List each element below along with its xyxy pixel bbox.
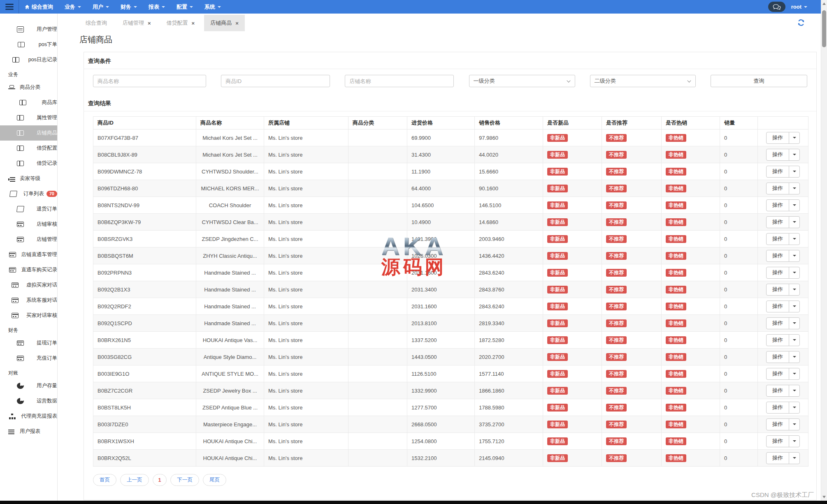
action-split-button[interactable]: 操作	[766, 334, 800, 346]
action-button-label[interactable]: 操作	[767, 436, 789, 447]
action-dropdown-toggle[interactable]	[789, 200, 799, 211]
close-icon[interactable]: ×	[148, 21, 151, 26]
close-icon[interactable]: ×	[235, 21, 239, 26]
action-button-label[interactable]: 操作	[767, 284, 789, 295]
action-dropdown-toggle[interactable]	[789, 183, 799, 194]
action-dropdown-toggle[interactable]	[789, 419, 799, 430]
sidebar-item[interactable]: 充值订单	[0, 351, 57, 366]
navbar-home-item[interactable]: 综合查询	[19, 0, 59, 14]
action-button-label[interactable]: 操作	[767, 419, 789, 430]
sidebar-item[interactable]: 用户报表	[0, 424, 57, 439]
sidebar-item[interactable]: 卖家等级	[0, 171, 57, 186]
action-button-label[interactable]: 操作	[767, 132, 789, 143]
action-split-button[interactable]: 操作	[766, 216, 800, 228]
navbar-menu[interactable]: 配置	[171, 0, 199, 14]
sidebar-item[interactable]: pos下单	[0, 37, 57, 52]
action-split-button[interactable]: 操作	[766, 183, 800, 194]
sidebar-item[interactable]: 系统客服对话	[0, 293, 57, 308]
action-split-button[interactable]: 操作	[766, 435, 800, 447]
sidebar-item[interactable]: 借贷配置	[0, 141, 57, 156]
sidebar-item[interactable]: 商品库	[0, 95, 57, 110]
action-button-label[interactable]: 操作	[767, 267, 789, 278]
action-split-button[interactable]: 操作	[766, 402, 800, 414]
sidebar-item[interactable]: 用户管理	[0, 22, 57, 37]
sidebar-item[interactable]: 借贷记录	[0, 156, 57, 171]
scroll-up-arrow-icon[interactable]	[822, 2, 826, 5]
action-dropdown-toggle[interactable]	[789, 368, 799, 379]
tab[interactable]: 店铺管理 ×	[116, 15, 157, 31]
action-button-label[interactable]: 操作	[767, 166, 789, 177]
action-button-label[interactable]: 操作	[767, 217, 789, 228]
action-dropdown-toggle[interactable]	[789, 351, 799, 363]
sidebar-item[interactable]: 店铺商品	[0, 125, 57, 141]
action-split-button[interactable]: 操作	[766, 418, 800, 430]
action-dropdown-toggle[interactable]	[789, 301, 799, 312]
action-dropdown-toggle[interactable]	[789, 166, 799, 177]
action-dropdown-toggle[interactable]	[789, 234, 799, 245]
action-split-button[interactable]: 操作	[766, 385, 800, 397]
action-button-label[interactable]: 操作	[767, 453, 789, 464]
navbar-menu[interactable]: 用户	[87, 0, 115, 14]
action-split-button[interactable]: 操作	[766, 132, 800, 144]
sidebar-item[interactable]: 用户存量	[0, 378, 57, 393]
sidebar-item[interactable]: 店铺直通车管理	[0, 247, 57, 262]
category-level2-select[interactable]: 二级分类	[590, 75, 696, 87]
action-split-button[interactable]: 操作	[766, 166, 800, 178]
sidebar-item[interactable]: 提现订单	[0, 335, 57, 351]
action-dropdown-toggle[interactable]	[789, 132, 799, 143]
action-dropdown-toggle[interactable]	[789, 149, 799, 160]
action-dropdown-toggle[interactable]	[789, 217, 799, 228]
sidebar-item[interactable]: 运营数据	[0, 393, 57, 409]
category-level1-select[interactable]: 一级分类	[469, 75, 575, 87]
messages-button[interactable]	[768, 2, 785, 12]
tab[interactable]: 借贷配置 ×	[160, 15, 201, 31]
action-button-label[interactable]: 操作	[767, 402, 789, 413]
product-id-input[interactable]	[221, 75, 330, 87]
action-dropdown-toggle[interactable]	[789, 453, 799, 464]
action-dropdown-toggle[interactable]	[789, 284, 799, 295]
action-split-button[interactable]: 操作	[766, 317, 800, 329]
action-split-button[interactable]: 操作	[766, 301, 800, 312]
sidebar-item[interactable]: 退货订单	[0, 201, 57, 217]
action-button-label[interactable]: 操作	[767, 335, 789, 346]
navbar-menu[interactable]: 财务	[115, 0, 143, 14]
pagination-button[interactable]: 下一页	[170, 474, 199, 486]
close-icon[interactable]: ×	[192, 21, 195, 26]
action-dropdown-toggle[interactable]	[789, 402, 799, 413]
sidebar-item[interactable]: 直通车购买记录	[0, 262, 57, 277]
scroll-down-arrow-icon[interactable]	[822, 496, 826, 498]
sidebar-item[interactable]: 代理商充提报表	[0, 409, 57, 424]
user-menu[interactable]: root	[791, 4, 807, 10]
action-split-button[interactable]: 操作	[766, 199, 800, 211]
store-name-input[interactable]	[345, 75, 454, 87]
action-button-label[interactable]: 操作	[767, 351, 789, 363]
action-button-label[interactable]: 操作	[767, 250, 789, 261]
action-split-button[interactable]: 操作	[766, 267, 800, 279]
vertical-scrollbar[interactable]	[821, 0, 827, 501]
pagination-button[interactable]: 上一页	[120, 474, 149, 486]
sidebar-item[interactable]: pos日志记录	[0, 52, 57, 67]
sidebar-item[interactable]: 属性管理	[0, 110, 57, 125]
action-dropdown-toggle[interactable]	[789, 385, 799, 396]
sidebar-item[interactable]: 商品分类	[0, 80, 57, 95]
navbar-menu[interactable]: 系统	[199, 0, 227, 14]
action-split-button[interactable]: 操作	[766, 368, 800, 380]
scrollbar-thumb[interactable]	[822, 10, 826, 47]
action-split-button[interactable]: 操作	[766, 149, 800, 161]
sidebar-item[interactable]: 店铺审核	[0, 217, 57, 232]
action-button-label[interactable]: 操作	[767, 301, 789, 312]
navbar-menu[interactable]: 业务	[59, 0, 87, 14]
action-button-label[interactable]: 操作	[767, 368, 789, 379]
action-dropdown-toggle[interactable]	[789, 250, 799, 261]
action-button-label[interactable]: 操作	[767, 149, 789, 160]
tab[interactable]: 店铺商品 ×	[204, 15, 245, 31]
navbar-menu[interactable]: 报表	[143, 0, 171, 14]
action-split-button[interactable]: 操作	[766, 351, 800, 363]
sidebar-item[interactable]: 买家对话审核	[0, 308, 57, 323]
sidebar-item[interactable]: 订单列表 70	[0, 186, 57, 201]
pagination-button[interactable]: 首页	[93, 474, 116, 486]
action-dropdown-toggle[interactable]	[789, 318, 799, 329]
action-split-button[interactable]: 操作	[766, 452, 800, 464]
search-button[interactable]: 查询	[711, 75, 807, 87]
action-button-label[interactable]: 操作	[767, 385, 789, 396]
